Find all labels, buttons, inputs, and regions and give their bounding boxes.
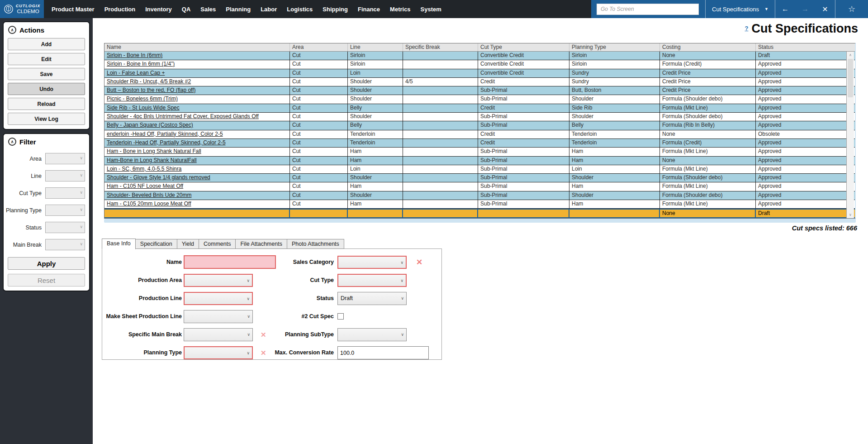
- filter-dropdown-planning-type[interactable]: ∨: [45, 205, 85, 216]
- cell-status: Obsolete: [756, 130, 847, 138]
- tab-base-info[interactable]: Base Info: [102, 239, 136, 249]
- cell-cut-type: Sub-Primal: [478, 174, 569, 182]
- menu-item-sales[interactable]: Sales: [195, 0, 221, 18]
- table-row[interactable]: Loin - False Lean Cap +CutLoinConvertibl…: [104, 69, 855, 78]
- column-header-costing[interactable]: Costing: [660, 43, 756, 51]
- favorite-star-icon[interactable]: ☆: [835, 4, 868, 14]
- table-row-new[interactable]: NoneDraft: [104, 209, 855, 218]
- table-row[interactable]: Belly - Japan Square (Costco Spec)CutBel…: [104, 121, 855, 130]
- cut-type-select[interactable]: ∨: [337, 274, 407, 287]
- reload-button[interactable]: Reload: [8, 98, 85, 110]
- filter-dropdown-area[interactable]: ∨: [45, 153, 85, 164]
- reset-button[interactable]: Reset: [8, 274, 85, 286]
- chevron-down-icon: ∨: [80, 208, 83, 212]
- cell-cut-type: Credit: [478, 130, 569, 138]
- production-line-select[interactable]: ∨: [184, 292, 253, 305]
- cell-costing: None: [660, 130, 756, 138]
- table-row[interactable]: Shoulder Rib - Uncut, 4/5 Break #2CutSho…: [104, 78, 855, 86]
- menu-item-labor[interactable]: Labor: [256, 0, 282, 18]
- menu-item-system[interactable]: System: [416, 0, 446, 18]
- menu-item-inventory[interactable]: Inventory: [140, 0, 177, 18]
- undo-button[interactable]: Undo: [8, 83, 85, 95]
- tab-photo-attachments[interactable]: Photo Attachments: [287, 239, 344, 249]
- cell-costing: None: [660, 157, 756, 165]
- table-row[interactable]: Tenderloin -Head Off, Partially Skinned,…: [104, 139, 855, 148]
- planning-type-select[interactable]: ∨: [184, 346, 253, 359]
- cell-specific-break: [403, 139, 478, 147]
- menu-item-logistics[interactable]: Logistics: [282, 0, 318, 18]
- tab-file-attachments[interactable]: File Attachments: [236, 239, 287, 249]
- menu-item-shipping[interactable]: Shipping: [318, 0, 353, 18]
- menu-item-finance[interactable]: Finance: [353, 0, 385, 18]
- status-select[interactable]: Draft∨: [337, 292, 407, 305]
- save-button[interactable]: Save: [8, 68, 85, 80]
- filter-panel-title: Filter: [19, 138, 36, 146]
- table-row[interactable]: Butt – Boston to the red, FO (flap off)C…: [104, 86, 855, 95]
- clear-sales-category-icon[interactable]: ✕: [416, 258, 422, 266]
- cell-line: [348, 210, 403, 217]
- production-area-select[interactable]: ∨: [184, 274, 253, 287]
- menu-item-qa[interactable]: QA: [177, 0, 196, 18]
- column-header-line[interactable]: Line: [348, 43, 403, 51]
- view-log-button[interactable]: View Log: [8, 113, 85, 125]
- menu-item-metrics[interactable]: Metrics: [385, 0, 416, 18]
- help-link[interactable]: ?: [745, 25, 749, 32]
- column-header-status[interactable]: Status: [756, 43, 847, 51]
- scroll-down-icon[interactable]: ∨: [847, 211, 854, 218]
- tab-specification[interactable]: Specification: [136, 239, 177, 249]
- table-row[interactable]: Sirloin - Boine In 6mm (1/4")CutSirloinC…: [104, 60, 855, 69]
- table-row[interactable]: Shoulder- Beveled Bnls Ude 20mmCutShould…: [104, 191, 855, 200]
- column-header-specific-break[interactable]: Specific Break: [403, 43, 478, 51]
- filter-dropdown-status[interactable]: ∨: [45, 222, 85, 233]
- scroll-up-icon[interactable]: ∧: [847, 52, 854, 58]
- table-row[interactable]: Side Rib - St Louis Wide SpecCutBellyCre…: [104, 104, 855, 113]
- max-conversion-rate-input[interactable]: [337, 346, 429, 359]
- sales-category-select[interactable]: ∨: [337, 256, 407, 269]
- apply-button[interactable]: Apply: [8, 257, 85, 270]
- table-row[interactable]: Ham - C105 NF Loose Meat OffCutHamSub-Pr…: [104, 182, 855, 191]
- menu-item-product-master[interactable]: Product Master: [47, 0, 100, 18]
- menu-item-production[interactable]: Production: [100, 0, 141, 18]
- filter-dropdown-cut-type[interactable]: ∨: [45, 187, 85, 199]
- table-row[interactable]: Ham - C105 20mm Loose Meat OffCutHamSub-…: [104, 200, 855, 209]
- table-row[interactable]: Ham - Bone in Long Shank Natural FallCut…: [104, 148, 855, 156]
- table-row[interactable]: Shoulder - Glove Style 1/4 glands remove…: [104, 174, 855, 182]
- forward-icon[interactable]: →: [795, 5, 815, 13]
- close-icon[interactable]: ✕: [815, 5, 835, 14]
- cell-costing: Formula (Credit): [660, 139, 756, 147]
- column-header-name[interactable]: Name: [104, 43, 290, 51]
- filter-dropdown-line[interactable]: ∨: [45, 170, 85, 181]
- cell-specific-break: [403, 69, 478, 77]
- table-row[interactable]: enderloin -Head Off, Partially Skinned, …: [104, 130, 855, 139]
- scrollbar-thumb[interactable]: [848, 59, 853, 97]
- specific-main-break-select[interactable]: ∨: [184, 328, 253, 341]
- edit-button[interactable]: Edit: [8, 53, 85, 65]
- tab-comments[interactable]: Comments: [199, 239, 236, 249]
- make-sheet-production-line-select[interactable]: ∨: [184, 310, 253, 323]
- back-icon[interactable]: ←: [775, 5, 795, 13]
- filter-label-planning-type: Planning Type: [6, 207, 42, 214]
- table-row[interactable]: Sirloin - Bone In (6mm)CutSirloinConvert…: [104, 52, 855, 60]
- tab-yield[interactable]: Yield: [177, 239, 199, 249]
- table-row[interactable]: Loin - SC, 6mm, 4.0-5.5 ShinraCutLoinSub…: [104, 165, 855, 174]
- column-header-cut-type[interactable]: Cut Type: [478, 43, 569, 51]
- cell-name: Ham - C105 NF Loose Meat Off: [104, 182, 290, 191]
- collapse-up-icon[interactable]: ∧: [8, 26, 16, 34]
- cell-costing: Credit Price: [660, 78, 756, 86]
- planning-subtype-select[interactable]: ∨: [337, 328, 407, 341]
- filter-dropdown-main-break[interactable]: ∨: [45, 239, 85, 250]
- collapse-up-icon[interactable]: ∧: [8, 138, 16, 146]
- vertical-scrollbar[interactable]: ∧ ∨: [846, 52, 854, 218]
- horizontal-scrollbar[interactable]: [104, 219, 856, 223]
- column-header-area[interactable]: Area: [290, 43, 348, 51]
- table-row[interactable]: Ham-Bone in Long Shank NaturalFallCutHam…: [104, 157, 855, 165]
- menu-item-planning[interactable]: Planning: [221, 0, 256, 18]
- column-header-planning-type[interactable]: Planning Type: [569, 43, 660, 51]
- go-to-screen-input[interactable]: [597, 4, 699, 15]
- cut-spec-2-checkbox[interactable]: [337, 313, 344, 320]
- table-row[interactable]: Shoulder - 4pc Bnls Untrimmed Fat Cover,…: [104, 113, 855, 121]
- cell-name: Ham-Bone in Long Shank NaturalFall: [104, 157, 290, 165]
- add-button[interactable]: Add: [8, 38, 85, 50]
- screen-select-dropdown[interactable]: Cut Specifications ▼: [706, 6, 775, 13]
- table-row[interactable]: Picnic - Boneless 6mm (Trim)CutShoulderS…: [104, 95, 855, 104]
